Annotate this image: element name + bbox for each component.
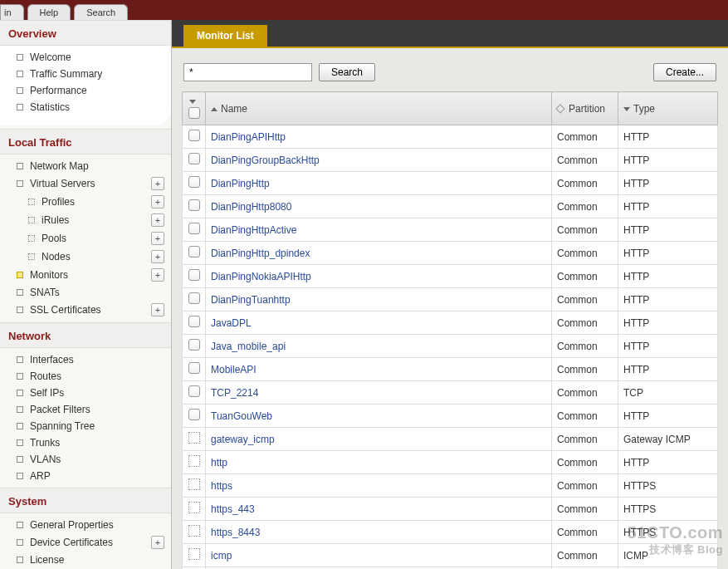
sidebar-item[interactable]: License [0, 552, 171, 568]
sidebar-item[interactable]: SNATs [0, 284, 171, 301]
monitor-name-link[interactable]: DianPingHttp8080 [211, 201, 291, 213]
row-checkbox[interactable] [188, 455, 200, 467]
sidebar-item-label: Performance [30, 85, 164, 96]
partition-cell: Common [552, 288, 618, 311]
monitor-name-link[interactable]: https_443 [211, 503, 255, 515]
add-button[interactable]: + [151, 213, 164, 227]
table-row: icmpCommonICMP [183, 544, 718, 567]
col-checkbox[interactable] [183, 92, 206, 125]
row-checkbox[interactable] [188, 130, 200, 141]
type-cell: HTTP [618, 218, 718, 242]
row-checkbox[interactable] [188, 269, 200, 281]
search-button[interactable]: Search [319, 63, 375, 81]
monitor-name-link[interactable]: DianPingAPIHttp [211, 131, 286, 143]
add-button[interactable]: + [151, 177, 164, 190]
row-checkbox[interactable] [188, 223, 200, 234]
monitor-name-link[interactable]: MobileAPI [211, 364, 257, 375]
monitor-name-link[interactable]: Java_mobile_api [211, 341, 286, 352]
add-button[interactable]: + [151, 250, 164, 263]
create-button[interactable]: Create... [653, 63, 716, 81]
monitor-name-link[interactable]: DianPingHttp [211, 178, 270, 189]
tab-help[interactable]: Help [27, 4, 71, 20]
add-button[interactable]: + [151, 268, 164, 282]
bullet-icon [28, 199, 35, 205]
add-button[interactable]: + [151, 303, 164, 316]
sidebar-item[interactable]: Packet Filters [0, 401, 171, 418]
sidebar-item[interactable]: Statistics [0, 99, 171, 115]
sidebar-item[interactable]: Traffic Summary [0, 66, 171, 82]
sidebar-item[interactable]: Routes [0, 368, 171, 385]
row-checkbox[interactable] [188, 153, 200, 164]
add-button[interactable]: + [151, 536, 164, 549]
monitor-name-link[interactable]: http [211, 457, 227, 468]
sidebar-item[interactable]: Network Map [0, 158, 171, 174]
col-name[interactable]: Name [206, 92, 552, 125]
section-local-traffic: Local Traffic [0, 129, 171, 155]
row-checkbox[interactable] [188, 502, 200, 513]
type-cell: HTTPS [618, 498, 718, 521]
sidebar: Overview WelcomeTraffic SummaryPerforman… [0, 20, 172, 569]
col-type[interactable]: Type [618, 92, 718, 125]
row-checkbox[interactable] [188, 292, 200, 304]
table-row: DianPingHttpCommonHTTP [183, 172, 718, 195]
row-checkbox[interactable] [188, 176, 200, 188]
partition-cell: Common [552, 311, 618, 335]
tab-monitor-list[interactable]: Monitor List [183, 25, 267, 47]
partition-cell: Common [552, 451, 618, 474]
sidebar-item[interactable]: Welcome [0, 49, 171, 66]
sidebar-item[interactable]: Performance [0, 82, 171, 99]
monitor-table: Name Partition Type DianPingAPIHttpCommo… [182, 91, 718, 569]
monitor-name-link[interactable]: DianPingNokiaAPIHttp [211, 271, 311, 282]
sidebar-item[interactable]: General Properties [0, 517, 171, 533]
row-checkbox[interactable] [188, 409, 200, 420]
row-checkbox[interactable] [188, 246, 200, 258]
monitor-name-link[interactable]: https_8443 [211, 527, 260, 538]
row-checkbox[interactable] [188, 432, 200, 444]
sidebar-item[interactable]: Nodes+ [0, 248, 171, 266]
bullet-icon [17, 373, 23, 380]
search-input[interactable] [183, 63, 312, 81]
sidebar-item[interactable]: Spanning Tree [0, 418, 171, 434]
monitor-name-link[interactable]: DianPingHttpActive [211, 224, 296, 236]
monitor-name-link[interactable]: JavaDPL [211, 317, 252, 329]
table-row: https_443CommonHTTPS [183, 498, 718, 521]
sidebar-item[interactable]: Profiles+ [0, 193, 171, 211]
sidebar-item[interactable]: SSL Certificates+ [0, 301, 171, 319]
select-all-checkbox[interactable] [188, 107, 200, 119]
table-row: TuanGouWebCommonHTTP [183, 405, 718, 428]
row-checkbox[interactable] [188, 525, 200, 537]
sidebar-item[interactable]: VLANs [0, 451, 171, 468]
col-partition[interactable]: Partition [552, 92, 618, 125]
monitor-name-link[interactable]: DianPingHttp_dpindex [211, 248, 310, 259]
monitor-name-link[interactable]: TuanGouWeb [211, 410, 272, 422]
sidebar-item[interactable]: iRules+ [0, 211, 171, 229]
sidebar-item[interactable]: Device Certificates+ [0, 533, 171, 552]
sidebar-item[interactable]: Pools+ [0, 229, 171, 248]
add-button[interactable]: + [151, 232, 164, 245]
row-checkbox[interactable] [188, 316, 200, 327]
row-checkbox[interactable] [188, 339, 200, 351]
sidebar-item[interactable]: Virtual Servers+ [0, 174, 171, 193]
sidebar-item[interactable]: Interfaces [0, 351, 171, 368]
sidebar-item-label: Statistics [30, 101, 164, 113]
sidebar-item[interactable]: ARP [0, 468, 171, 484]
sidebar-item[interactable]: Self IPs [0, 385, 171, 401]
monitor-name-link[interactable]: TCP_2214 [211, 387, 258, 399]
monitor-name-link[interactable]: DianPingGroupBackHttp [211, 155, 320, 166]
row-checkbox[interactable] [188, 548, 200, 560]
monitor-name-link[interactable]: gateway_icmp [211, 434, 275, 445]
row-checkbox[interactable] [188, 385, 200, 397]
monitor-name-link[interactable]: https [211, 480, 232, 492]
sidebar-item[interactable]: Trunks [0, 434, 171, 451]
row-checkbox[interactable] [188, 199, 200, 211]
row-checkbox[interactable] [188, 362, 200, 374]
table-row: DianPingTuanhttpCommonHTTP [183, 288, 718, 311]
type-cell: HTTP [618, 405, 718, 428]
monitor-name-link[interactable]: DianPingTuanhttp [211, 294, 291, 306]
tab-main-partial[interactable]: in [0, 4, 24, 20]
row-checkbox[interactable] [188, 478, 200, 490]
tab-search[interactable]: Search [74, 4, 128, 20]
monitor-name-link[interactable]: icmp [211, 550, 232, 562]
sidebar-item[interactable]: Monitors+ [0, 266, 171, 284]
add-button[interactable]: + [151, 195, 164, 208]
